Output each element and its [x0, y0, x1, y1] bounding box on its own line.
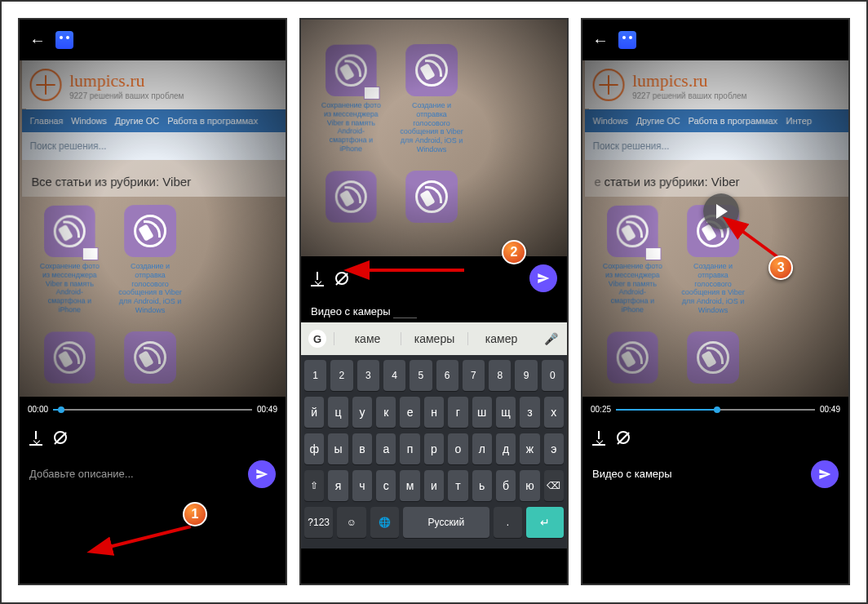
article-card: Создание и отправка голосового сообщения… — [117, 205, 183, 315]
timer-off-icon[interactable] — [54, 431, 67, 444]
key[interactable]: 6 — [436, 360, 458, 391]
period-key[interactable]: . — [494, 507, 522, 538]
step-badge-1: 1 — [183, 502, 207, 526]
key[interactable]: 7 — [463, 360, 485, 391]
key[interactable]: 4 — [383, 360, 405, 391]
key[interactable]: 5 — [410, 360, 432, 391]
key[interactable]: к — [376, 397, 396, 428]
key[interactable]: у — [352, 397, 372, 428]
video-preview[interactable]: lumpics.ru 9227 решений ваших проблем Гл… — [20, 60, 286, 397]
key[interactable]: 2 — [330, 360, 352, 391]
article-cards-row: Сохранение фото из мессенджера Viber в п… — [303, 20, 567, 163]
key[interactable]: 9 — [515, 360, 537, 391]
back-icon[interactable]: ← — [592, 31, 609, 50]
key[interactable]: в — [352, 433, 372, 464]
download-icon[interactable] — [29, 431, 42, 444]
lumpics-logo-icon — [30, 69, 62, 101]
suggestion[interactable]: камер — [467, 332, 534, 345]
key[interactable]: щ — [496, 397, 516, 428]
editor-topbar: ← — [582, 20, 848, 60]
key[interactable]: н — [424, 397, 444, 428]
timeline-track[interactable] — [616, 409, 815, 411]
key[interactable]: 8 — [489, 360, 511, 391]
key[interactable]: п — [400, 433, 419, 464]
timeline-thumb-icon[interactable] — [58, 406, 64, 413]
key[interactable]: л — [472, 433, 492, 464]
key[interactable]: с — [376, 470, 396, 501]
editor-topbar: ← — [20, 20, 286, 60]
key[interactable]: х — [544, 397, 564, 428]
send-button[interactable] — [529, 264, 557, 292]
suggestion[interactable]: каме — [334, 332, 401, 345]
site-search: Поиск решения... — [22, 132, 286, 161]
download-icon[interactable] — [311, 272, 324, 285]
time-current: 00:00 — [28, 405, 48, 414]
google-search-icon[interactable]: G — [301, 330, 334, 348]
timeline-track[interactable] — [53, 409, 252, 411]
key[interactable]: ю — [520, 470, 539, 501]
key[interactable]: 3 — [357, 360, 379, 391]
video-timeline[interactable]: 00:25 00:49 — [582, 397, 848, 423]
timer-off-icon[interactable] — [617, 431, 630, 444]
key[interactable]: э — [544, 433, 564, 464]
suggestion[interactable]: камеры — [401, 332, 467, 345]
globe-key[interactable]: 🌐 — [370, 507, 399, 538]
enter-key[interactable]: ↵ — [526, 507, 564, 538]
key[interactable]: а — [376, 433, 396, 464]
nav-item: Другие ОС — [115, 116, 159, 126]
caption-input[interactable]: Видео с камеры — [592, 468, 803, 480]
numbers-key[interactable]: ?123 — [304, 507, 333, 538]
key[interactable]: ч — [352, 470, 372, 501]
key[interactable]: з — [520, 397, 539, 428]
caption-row: Видео с камеры — [582, 452, 848, 496]
caption-input[interactable]: Добавьте описание... — [29, 468, 240, 480]
video-preview[interactable]: lumpics.ru 9227 решений ваших проблем Wi… — [582, 60, 848, 397]
article-title: Сохранение фото из мессенджера Viber в п… — [38, 262, 101, 314]
back-icon[interactable]: ← — [29, 31, 46, 50]
nav-item: Главная — [30, 116, 64, 126]
key[interactable]: я — [328, 470, 348, 501]
mic-icon[interactable]: 🎤 — [534, 332, 567, 345]
key[interactable]: ц — [328, 397, 348, 428]
image-badge-icon — [645, 247, 662, 260]
key[interactable]: и — [424, 470, 444, 501]
key[interactable]: ш — [472, 397, 492, 428]
site-search: Поиск решения... — [585, 132, 848, 161]
key[interactable]: ж — [520, 433, 539, 464]
time-total: 00:49 — [820, 405, 840, 414]
backspace-key[interactable]: ⌫ — [544, 470, 564, 501]
key[interactable]: й — [304, 397, 324, 428]
space-key[interactable]: Русский — [403, 507, 489, 538]
download-icon[interactable] — [592, 431, 605, 444]
key[interactable]: г — [448, 397, 467, 428]
send-button[interactable] — [248, 460, 276, 488]
key[interactable]: о — [448, 433, 467, 464]
site-tagline: 9227 решений ваших проблем — [632, 91, 746, 100]
timeline-thumb-icon[interactable] — [714, 406, 720, 413]
key[interactable]: т — [448, 470, 467, 501]
video-timeline[interactable]: 00:00 00:49 — [20, 397, 286, 423]
sticker-emoji-icon[interactable] — [55, 31, 73, 49]
key[interactable]: 0 — [542, 360, 564, 391]
key[interactable]: д — [496, 433, 516, 464]
emoji-key[interactable]: ☺ — [337, 507, 365, 538]
key[interactable]: е — [400, 397, 419, 428]
nav-item: Windows — [71, 116, 107, 126]
sticker-emoji-icon[interactable] — [618, 31, 636, 49]
video-preview[interactable]: Сохранение фото из мессенджера Viber в п… — [301, 20, 567, 256]
article-cards-row-2 — [585, 322, 848, 397]
key[interactable]: ф — [304, 433, 324, 464]
key[interactable]: б — [496, 470, 516, 501]
key[interactable]: 1 — [304, 360, 326, 391]
lumpics-logo-icon — [593, 69, 625, 101]
article-card: Сохранение фото из мессенджера Viber в п… — [38, 205, 101, 314]
key[interactable]: ы — [328, 433, 348, 464]
caption-input[interactable]: Видео с камеры — [311, 305, 557, 318]
key[interactable]: р — [424, 433, 444, 464]
key[interactable]: м — [400, 470, 419, 501]
site-tagline: 9227 решений ваших проблем — [69, 91, 184, 100]
key[interactable]: ь — [472, 470, 492, 501]
shift-key[interactable]: ⇧ — [304, 470, 324, 501]
send-button[interactable] — [811, 460, 839, 488]
phone-screenshot-2: Сохранение фото из мессенджера Viber в п… — [299, 18, 569, 585]
